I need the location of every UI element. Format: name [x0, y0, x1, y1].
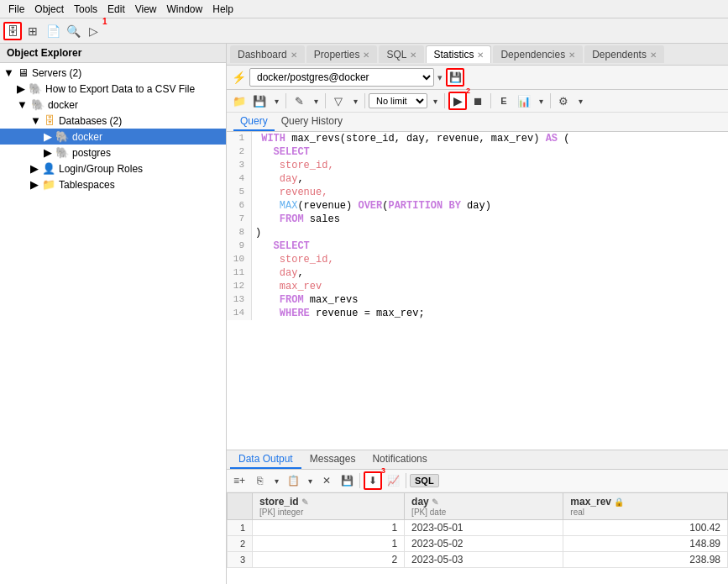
line-content[interactable]: )	[252, 226, 728, 239]
sql-badge[interactable]: SQL	[410, 474, 439, 487]
menu-window[interactable]: Window	[162, 2, 208, 17]
tree-databases[interactable]: ▼ 🗄 Databases (2)	[0, 113, 226, 129]
col-store-id-header[interactable]: store_id ✎ [PK] integer	[253, 493, 405, 520]
explain-button[interactable]: E	[495, 92, 513, 110]
copy-button[interactable]: ⎘	[250, 471, 269, 490]
bottom-tab-data-output[interactable]: Data Output	[230, 450, 301, 469]
add-row-button[interactable]: ≡+	[230, 471, 249, 490]
tab-dependencies[interactable]: Dependencies ✕	[493, 45, 583, 63]
open-file-button[interactable]: 📁	[230, 92, 249, 110]
line-content[interactable]: FROM max_revs	[252, 293, 728, 307]
save-file-button[interactable]: 💾	[250, 92, 269, 110]
save-data-button[interactable]: 💾	[338, 471, 356, 490]
menu-edit[interactable]: Edit	[102, 2, 130, 17]
no-limit-select[interactable]: No limit	[369, 93, 427, 108]
stop-query-button[interactable]: ⏹	[469, 92, 487, 110]
connection-select[interactable]: docker/postgres@docker	[249, 68, 434, 87]
tree-export-server[interactable]: ▶ 🐘 How to Export Data to a CSV File	[0, 81, 226, 97]
login-roles-expand-icon: ▶	[30, 162, 39, 175]
cell-day[interactable]: 2023-05-02	[405, 536, 563, 552]
menu-view[interactable]: View	[130, 2, 162, 17]
tab-sql[interactable]: SQL ✕	[379, 45, 424, 63]
col-max-rev-header[interactable]: max_rev 🔒 real	[563, 493, 728, 520]
table-row: 212023-05-02148.89	[228, 536, 728, 552]
delete-row-button[interactable]: ✕	[317, 471, 336, 490]
object-explorer-toggle-button[interactable]: 🗄	[3, 22, 22, 40]
tree-login-roles[interactable]: ▶ 👤 Login/Group Roles	[0, 160, 226, 176]
tab-dependents[interactable]: Dependents ✕	[584, 45, 664, 63]
tab-dashboard-close[interactable]: ✕	[291, 50, 297, 60]
filter-button[interactable]: ▽	[329, 92, 348, 110]
cell-day[interactable]: 2023-05-01	[405, 520, 563, 536]
no-limit-dropdown-button[interactable]: ▾	[429, 92, 441, 110]
tree-postgres-db[interactable]: ▶ 🐘 postgres	[0, 145, 226, 160]
col-day-edit-icon[interactable]: ✎	[432, 497, 438, 507]
cell-store-id[interactable]: 1	[253, 520, 405, 536]
graph-button[interactable]: 📈	[384, 471, 402, 490]
edit-dropdown-button[interactable]: ▾	[310, 92, 322, 110]
tab-properties[interactable]: Properties ✕	[306, 45, 378, 63]
line-content[interactable]: day,	[252, 266, 728, 280]
cell-store-id[interactable]: 2	[253, 552, 405, 568]
menu-tools[interactable]: Tools	[69, 2, 102, 17]
tab-statistics[interactable]: Statistics ✕	[426, 45, 491, 63]
paste-button[interactable]: 📋	[284, 471, 302, 490]
menu-object[interactable]: Object	[29, 2, 69, 17]
line-content[interactable]: FROM sales	[252, 213, 728, 226]
main-tabs-row: Dashboard ✕ Properties ✕ SQL ✕ Statistic…	[227, 44, 728, 66]
line-content[interactable]: MAX(revenue) OVER(PARTITION BY day)	[252, 199, 728, 213]
line-content[interactable]: SELECT	[252, 239, 728, 253]
subtab-query-history[interactable]: Query History	[275, 113, 349, 131]
object-explorer-header: Object Explorer	[0, 44, 226, 63]
tab-properties-close[interactable]: ✕	[363, 50, 369, 60]
tab-dashboard[interactable]: Dashboard ✕	[230, 45, 305, 63]
explain-chart-button[interactable]: 📊	[515, 92, 533, 110]
line-content[interactable]: SELECT	[252, 145, 728, 159]
sql-toolbar-button[interactable]: 📄	[44, 22, 62, 40]
connection-save-button[interactable]: 💾	[446, 68, 464, 87]
line-content[interactable]: day,	[252, 172, 728, 186]
line-content[interactable]: store_id,	[252, 253, 728, 266]
bottom-tab-messages[interactable]: Messages	[301, 450, 364, 469]
macros-button[interactable]: ⚙	[554, 92, 573, 110]
menu-file[interactable]: File	[3, 2, 29, 17]
tab-statistics-close[interactable]: ✕	[477, 50, 484, 60]
edit-button[interactable]: ✎	[290, 92, 308, 110]
explain-dropdown-button[interactable]: ▾	[535, 92, 547, 110]
tree-tablespaces[interactable]: ▶ 📁 Tablespaces	[0, 176, 226, 192]
cell-day[interactable]: 2023-05-03	[405, 552, 563, 568]
tab-dependencies-close[interactable]: ✕	[568, 50, 575, 60]
tab-dependents-close[interactable]: ✕	[650, 50, 657, 60]
cell-max-rev[interactable]: 148.89	[563, 536, 728, 552]
cell-max-rev[interactable]: 238.98	[563, 552, 728, 568]
line-content[interactable]: max_rev	[252, 280, 728, 293]
save-dropdown-button[interactable]: ▾	[270, 92, 282, 110]
run-query-button[interactable]: ▶	[448, 92, 467, 110]
tree-servers[interactable]: ▼ 🖥 Servers (2)	[0, 65, 226, 81]
cell-max-rev[interactable]: 100.42	[563, 520, 728, 536]
line-content[interactable]: store_id,	[252, 159, 728, 172]
macros-dropdown-button[interactable]: ▾	[574, 92, 586, 110]
col-store-id-edit-icon[interactable]: ✎	[301, 497, 308, 507]
line-content[interactable]: revenue,	[252, 186, 728, 199]
bottom-tab-notifications[interactable]: Notifications	[364, 450, 435, 469]
tree-docker-server[interactable]: ▼ 🐘 docker	[0, 97, 226, 113]
terminal-toolbar-button[interactable]: ▷	[84, 22, 102, 40]
line-content[interactable]: WITH max_revs(store_id, day, revenue, ma…	[252, 132, 728, 145]
line-content[interactable]: WHERE revenue = max_rev;	[252, 307, 728, 320]
tab-sql-close[interactable]: ✕	[410, 50, 416, 60]
subtab-query[interactable]: Query	[233, 113, 275, 131]
col-day-header[interactable]: day ✎ [PK] date	[405, 493, 563, 520]
qtb-separator-6	[550, 93, 551, 108]
search-toolbar-button[interactable]: 🔍	[64, 22, 82, 40]
cell-store-id[interactable]: 1	[253, 536, 405, 552]
copy-dropdown-button[interactable]: ▾	[270, 471, 282, 490]
tree-docker-db[interactable]: ▶ 🐘 docker	[0, 129, 226, 145]
login-roles-icon: 👤	[42, 162, 55, 175]
code-editor[interactable]: 1 WITH max_revs(store_id, day, revenue, …	[227, 132, 728, 450]
properties-toolbar-button[interactable]: ⊞	[24, 22, 42, 40]
filter-dropdown-button[interactable]: ▾	[349, 92, 361, 110]
menu-help[interactable]: Help	[207, 2, 238, 17]
download-button[interactable]: ⬇	[364, 471, 382, 490]
paste-dropdown-button[interactable]: ▾	[304, 471, 316, 490]
